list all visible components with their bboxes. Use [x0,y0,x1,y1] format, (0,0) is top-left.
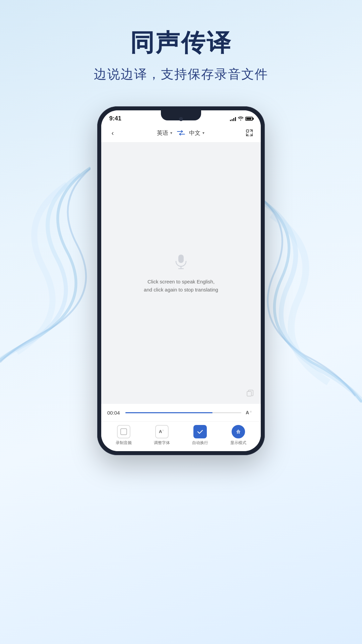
phone-notch [161,110,201,120]
app-header: 同声传译 边说边译，支持保存录音文件 [0,0,362,96]
adjust-font-label: 调整字体 [154,440,170,446]
phone-screen: 9:41 [101,110,261,451]
status-time: 9:41 [109,115,121,122]
adjust-font-icon-box: A ↑ [155,425,169,438]
timer-display: 00:04 [107,410,121,416]
display-mode-icon-box: 合 [232,425,245,438]
svg-text:↑: ↑ [250,410,252,414]
display-mode-icon: 合 [235,428,242,435]
svg-rect-7 [121,429,127,435]
translation-area[interactable]: Click screen to speak English,and click … [101,143,261,404]
svg-text:合: 合 [236,429,241,434]
language-controls: 英语 ▼ 中文 ▼ [118,129,244,137]
svg-text:A: A [159,429,162,434]
svg-text:A: A [246,410,249,415]
hint-text: Click screen to speak English,and click … [130,278,232,294]
copy-button[interactable] [245,388,255,398]
target-lang-dropdown-icon: ▼ [202,131,205,135]
source-lang-dropdown-icon: ▼ [170,131,173,135]
progress-track [125,412,241,413]
source-language-selector[interactable]: 英语 ▼ [157,129,173,137]
font-adjust-icon[interactable]: A ↑ [245,408,255,417]
target-language-selector[interactable]: 中文 ▼ [189,129,205,137]
swap-languages-button[interactable] [177,130,185,136]
record-audio-icon-box [117,425,130,438]
auto-wrap-label: 自动换行 [192,440,208,446]
progress-fill [125,412,213,413]
svg-text:↑: ↑ [162,429,164,432]
record-audio-icon [120,428,127,435]
phone-frame: 9:41 [97,106,265,455]
app-topbar: ‹ 英语 ▼ 中文 ▼ [101,125,261,143]
app-subtitle: 边说边译，支持保存录音文件 [0,66,362,83]
back-button[interactable]: ‹ [107,127,118,138]
auto-wrap-tool[interactable]: 自动换行 [185,425,215,446]
status-icons [230,116,253,121]
display-mode-tool[interactable]: 合 显示模式 [223,425,253,446]
display-mode-label: 显示模式 [230,440,246,446]
app-title: 同声传译 [0,27,362,59]
auto-wrap-icon-box [193,425,207,438]
adjust-font-icon: A ↑ [158,428,166,435]
bottom-toolbar: 录制音频 A ↑ 调整字体 [101,421,261,451]
auto-wrap-icon [196,428,204,435]
source-language-text: 英语 [157,129,168,137]
signal-icon [230,116,236,121]
fullscreen-button[interactable] [244,127,255,138]
svg-rect-1 [178,255,184,263]
wifi-icon [238,116,243,121]
record-audio-tool[interactable]: 录制音频 [109,425,139,446]
phone-mockup: 9:41 [0,106,362,455]
record-audio-label: 录制音频 [116,440,132,446]
svg-rect-0 [246,130,249,132]
progress-bar-section: 00:04 A ↑ [101,404,261,421]
mic-icon-container [173,253,189,271]
adjust-font-tool[interactable]: A ↑ 调整字体 [147,425,177,446]
target-language-text: 中文 [189,129,200,137]
phone-camera [179,117,183,121]
svg-rect-4 [247,391,251,396]
microphone-icon [173,253,189,270]
battery-icon [245,117,253,121]
